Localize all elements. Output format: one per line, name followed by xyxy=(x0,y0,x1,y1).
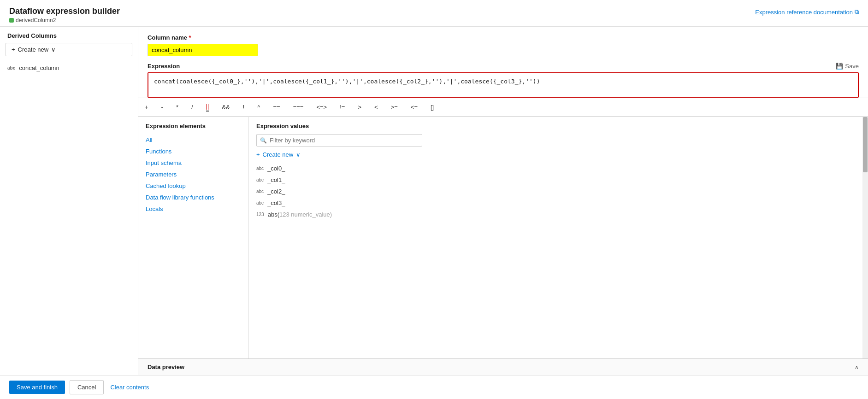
filter-wrap: 🔍 xyxy=(256,134,855,147)
sidebar-item-label: concat_column xyxy=(19,65,59,71)
element-library-functions[interactable]: Data flow library functions xyxy=(146,192,241,203)
create-new-values-button[interactable]: + Create new ∨ xyxy=(256,151,855,158)
required-marker: * xyxy=(189,34,191,41)
type-icon-col3: abc xyxy=(256,200,264,205)
chevron-down-icon: ∨ xyxy=(51,46,56,53)
op-not[interactable]: ! xyxy=(236,102,251,112)
expression-values-header: Expression values xyxy=(256,123,855,129)
create-new-values-label: Create new xyxy=(263,151,293,158)
top-bar-left: Dataflow expression builder derivedColum… xyxy=(9,6,120,23)
data-preview-bar[interactable]: Data preview ∧ xyxy=(138,358,868,375)
save-icon: 💾 xyxy=(836,63,843,70)
bottom-bar: Save and finish Cancel Clear contents xyxy=(0,375,868,399)
value-item-col3[interactable]: abc _col3_ xyxy=(256,197,855,209)
filter-input[interactable] xyxy=(256,134,422,147)
scrollbar-area[interactable] xyxy=(862,117,868,358)
op-neq[interactable]: != xyxy=(333,102,351,112)
expression-builder-top: Column name * Expression 💾 Save concat(c… xyxy=(138,27,868,98)
scrollbar-thumb[interactable] xyxy=(863,117,868,172)
op-bracket[interactable]: [] xyxy=(424,102,440,112)
type-icon-col2: abc xyxy=(256,189,264,194)
search-icon: 🔍 xyxy=(260,137,267,144)
value-label-col0: _col0_ xyxy=(267,165,285,172)
right-area: Column name * Expression 💾 Save concat(c… xyxy=(138,27,868,375)
value-label-col3: _col3_ xyxy=(267,200,285,206)
op-spaceship[interactable]: <=> xyxy=(310,102,333,112)
plus-icon: + xyxy=(12,46,15,53)
op-star[interactable]: * xyxy=(170,102,185,112)
element-locals[interactable]: Locals xyxy=(146,203,241,215)
plus-icon-values: + xyxy=(256,151,260,158)
create-new-button[interactable]: + Create new ∨ xyxy=(6,43,132,56)
derived-dot xyxy=(9,18,14,23)
type-icon-col0: abc xyxy=(256,166,264,171)
sidebar-item-concat-column[interactable]: abc concat_column xyxy=(0,62,138,74)
save-finish-label: Save and finish xyxy=(17,384,58,391)
data-preview-chevron: ∧ xyxy=(855,364,859,370)
value-item-col2[interactable]: abc _col2_ xyxy=(256,186,855,197)
op-slash[interactable]: / xyxy=(185,102,200,112)
save-expression-link[interactable]: 💾 Save xyxy=(836,63,859,70)
chevron-down-values-icon: ∨ xyxy=(296,151,301,158)
external-link-icon: ⧉ xyxy=(855,8,859,16)
expr-ref-label: Expression reference documentation xyxy=(755,9,853,16)
type-icon-abc: abc xyxy=(7,65,15,70)
main-content: Derived Columns + Create new ∨ abc conca… xyxy=(0,27,868,375)
column-name-label: Column name * xyxy=(148,34,859,41)
expression-elements-header: Expression elements xyxy=(146,123,241,129)
element-all[interactable]: All xyxy=(146,134,241,146)
cancel-button[interactable]: Cancel xyxy=(70,380,104,394)
op-and[interactable]: && xyxy=(215,102,236,112)
expression-value: concat(coalesce({_col0_},''),'|',coalesc… xyxy=(154,78,540,85)
expression-values-panel: Expression values 🔍 + Create new ∨ abc _… xyxy=(249,117,862,358)
op-pipe[interactable]: || xyxy=(200,101,216,113)
create-new-label: Create new xyxy=(18,46,48,53)
app-title: Dataflow expression builder xyxy=(9,6,120,16)
expression-elements-panel: Expression elements All Functions Input … xyxy=(138,117,249,358)
operator-bar: + - * / || && ! ^ == === <=> != > < >= <… xyxy=(138,98,868,117)
element-cached-lookup[interactable]: Cached lookup xyxy=(146,180,241,192)
op-eq[interactable]: == xyxy=(266,102,286,112)
column-name-input[interactable] xyxy=(148,44,258,56)
save-label: Save xyxy=(845,63,859,70)
expression-box[interactable]: concat(coalesce({_col0_},''),'|',coalesc… xyxy=(148,72,859,98)
op-strict-eq[interactable]: === xyxy=(287,102,310,112)
cancel-label: Cancel xyxy=(77,384,96,391)
sidebar: Derived Columns + Create new ∨ abc conca… xyxy=(0,27,138,375)
value-item-col1[interactable]: abc _col1_ xyxy=(256,174,855,186)
op-gte[interactable]: >= xyxy=(384,102,404,112)
subtitle-text: derivedColumn2 xyxy=(16,17,56,23)
element-parameters[interactable]: Parameters xyxy=(146,169,241,180)
op-plus[interactable]: + xyxy=(138,102,155,112)
value-item-col0[interactable]: abc _col0_ xyxy=(256,163,855,174)
element-functions[interactable]: Functions xyxy=(146,146,241,157)
lower-panels: Expression elements All Functions Input … xyxy=(138,117,868,358)
value-item-abs[interactable]: 123 abs(123 numeric_value) xyxy=(256,209,855,220)
op-gt[interactable]: > xyxy=(351,102,368,112)
data-preview-label: Data preview xyxy=(148,364,184,370)
element-input-schema[interactable]: Input schema xyxy=(146,157,241,169)
op-caret[interactable]: ^ xyxy=(251,102,266,112)
type-icon-col1: abc xyxy=(256,177,264,182)
clear-contents-label: Clear contents xyxy=(110,384,149,391)
value-label-abs: abs(123 numeric_value) xyxy=(268,211,332,218)
top-bar: Dataflow expression builder derivedColum… xyxy=(0,0,868,27)
value-label-col2: _col2_ xyxy=(267,188,285,195)
expression-label-text: Expression xyxy=(148,63,180,70)
expression-label-row: Expression 💾 Save xyxy=(148,63,859,70)
type-icon-abs: 123 xyxy=(256,212,264,217)
sidebar-header: Derived Columns xyxy=(0,32,138,43)
expr-ref-link[interactable]: Expression reference documentation ⧉ xyxy=(755,8,859,16)
op-lte[interactable]: <= xyxy=(404,102,424,112)
save-finish-button[interactable]: Save and finish xyxy=(9,381,65,394)
op-lt[interactable]: < xyxy=(368,102,384,112)
op-minus[interactable]: - xyxy=(155,102,170,112)
subtitle-row: derivedColumn2 xyxy=(9,17,120,23)
value-label-col1: _col1_ xyxy=(267,176,285,183)
clear-contents-button[interactable]: Clear contents xyxy=(108,381,151,394)
